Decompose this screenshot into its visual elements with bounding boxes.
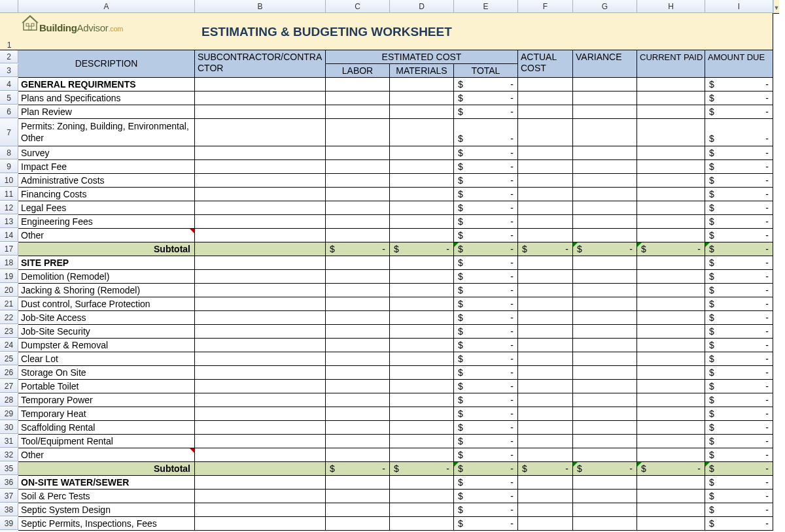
money-cell[interactable]: $- [518,242,573,256]
row-header[interactable]: 7 [0,119,18,146]
description-cell[interactable]: GENERAL REQUIRMENTS [18,78,195,91]
empty-cell[interactable] [637,297,705,311]
money-cell[interactable]: $- [705,393,773,407]
description-cell[interactable]: Jacking & Shoring (Remodel) [18,284,195,297]
empty-cell[interactable] [518,490,573,503]
description-cell[interactable]: ON-SITE WATER/SEWER [18,476,195,490]
empty-cell[interactable] [195,146,326,160]
description-cell[interactable]: Soil & Perc Tests [18,490,195,503]
empty-cell[interactable] [637,256,705,270]
empty-cell[interactable] [518,105,573,119]
row-header[interactable]: 28 [0,393,18,407]
empty-cell[interactable] [326,174,390,188]
money-cell[interactable]: $- [705,339,773,352]
empty-cell[interactable] [390,297,454,311]
money-cell[interactable]: $- [705,91,773,105]
money-cell[interactable]: $- [637,242,705,256]
description-cell[interactable]: Administrative Costs [18,174,195,188]
description-cell[interactable]: Impact Fee [18,160,195,174]
description-cell[interactable]: Other [18,229,195,242]
row-header[interactable]: 20 [0,284,18,297]
empty-cell[interactable] [518,160,573,174]
empty-cell[interactable] [518,366,573,380]
empty-cell[interactable] [195,476,326,490]
empty-cell[interactable] [195,215,326,229]
money-cell[interactable]: $- [705,119,773,146]
row-header[interactable]: 1 [0,13,18,50]
empty-cell[interactable] [518,393,573,407]
column-header[interactable]: A [18,0,195,13]
description-cell[interactable]: Septic System Design [18,503,195,517]
empty-cell[interactable] [326,188,390,201]
empty-cell[interactable] [518,421,573,435]
empty-cell[interactable] [326,448,390,462]
empty-cell[interactable] [637,215,705,229]
empty-cell[interactable] [637,311,705,325]
empty-cell[interactable] [390,407,454,421]
row-header[interactable]: 12 [0,201,18,214]
row-header[interactable]: 37 [0,490,18,503]
description-cell[interactable]: Engineering Fees [18,215,195,229]
scroll-up-icon[interactable]: ▲ [774,13,779,14]
empty-cell[interactable] [573,105,637,119]
column-header[interactable]: I [705,0,773,13]
description-cell[interactable]: Plan Review [18,105,195,119]
empty-cell[interactable] [326,229,390,242]
empty-cell[interactable] [518,256,573,270]
empty-cell[interactable] [637,188,705,201]
empty-cell[interactable] [326,256,390,270]
money-cell[interactable]: $- [705,229,773,242]
empty-cell[interactable] [518,503,573,517]
money-cell[interactable]: $- [705,352,773,366]
empty-cell[interactable] [326,284,390,297]
empty-cell[interactable] [326,421,390,435]
empty-cell[interactable] [390,517,454,531]
empty-cell[interactable] [573,215,637,229]
description-cell[interactable]: Survey [18,146,195,160]
empty-cell[interactable] [573,435,637,448]
money-cell[interactable]: $- [454,297,518,311]
row-header[interactable]: 35 [0,462,18,475]
empty-cell[interactable] [518,119,573,146]
empty-cell[interactable] [390,146,454,160]
empty-cell[interactable] [518,435,573,448]
money-cell[interactable]: $- [705,242,773,256]
empty-cell[interactable] [195,270,326,284]
empty-cell[interactable] [573,174,637,188]
money-cell[interactable]: $- [454,91,518,105]
empty-cell[interactable] [195,174,326,188]
empty-cell[interactable] [637,435,705,448]
description-cell[interactable]: Portable Toilet [18,380,195,393]
empty-cell[interactable] [195,393,326,407]
empty-cell[interactable] [637,160,705,174]
money-cell[interactable]: $- [705,146,773,160]
empty-cell[interactable] [573,201,637,215]
empty-cell[interactable] [637,105,705,119]
empty-cell[interactable] [195,78,326,91]
row-header[interactable]: 17 [0,242,18,256]
empty-cell[interactable] [390,366,454,380]
empty-cell[interactable] [390,325,454,339]
empty-cell[interactable] [637,284,705,297]
description-cell[interactable]: Other [18,448,195,462]
description-cell[interactable]: Scaffolding Rental [18,421,195,435]
row-header[interactable]: 8 [0,146,18,159]
empty-cell[interactable] [390,78,454,91]
empty-cell[interactable] [390,160,454,174]
row-header[interactable]: 14 [0,229,18,242]
money-cell[interactable]: $- [454,105,518,119]
row-header[interactable]: 10 [0,174,18,187]
empty-cell[interactable] [518,448,573,462]
empty-cell[interactable] [637,146,705,160]
empty-cell[interactable] [390,229,454,242]
money-cell[interactable]: $- [705,188,773,201]
money-cell[interactable]: $- [705,105,773,119]
empty-cell[interactable] [637,366,705,380]
empty-cell[interactable] [573,188,637,201]
money-cell[interactable]: $- [705,256,773,270]
empty-cell[interactable] [518,229,573,242]
empty-cell[interactable] [390,119,454,146]
empty-cell[interactable] [518,339,573,352]
money-cell[interactable]: $- [454,174,518,188]
empty-cell[interactable] [573,380,637,393]
